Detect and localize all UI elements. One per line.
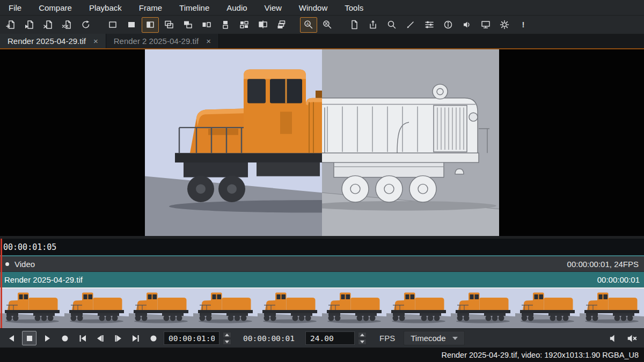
filmstrip-frame[interactable] bbox=[64, 289, 129, 328]
zoom-select-button[interactable]: A bbox=[300, 17, 317, 33]
menu-compare[interactable]: Compare bbox=[39, 3, 72, 12]
timecode-mode-dropdown[interactable]: Timecode bbox=[404, 331, 464, 345]
remove-all-media-button[interactable] bbox=[58, 17, 76, 33]
annotate-button[interactable] bbox=[402, 17, 419, 33]
timecode-spin-up[interactable] bbox=[223, 332, 231, 338]
fps-field[interactable] bbox=[305, 331, 355, 345]
track-enabled-dot-icon[interactable] bbox=[5, 262, 9, 266]
fps-spin-down[interactable] bbox=[358, 339, 367, 345]
search-button[interactable] bbox=[383, 17, 400, 33]
insert-media-button[interactable] bbox=[21, 17, 38, 33]
menu-frame[interactable]: Frame bbox=[139, 3, 162, 12]
play-backwards-button[interactable] bbox=[4, 331, 19, 345]
tab-close-icon[interactable]: × bbox=[93, 37, 98, 45]
export-button[interactable] bbox=[364, 17, 382, 33]
compare-vertical-button[interactable] bbox=[217, 17, 234, 33]
adjust-button[interactable] bbox=[421, 17, 438, 33]
remove-media-button[interactable] bbox=[40, 17, 57, 33]
toolbar: A ! bbox=[0, 15, 644, 34]
duration-readout: 00:00:00:01 bbox=[240, 334, 298, 343]
menu-audio[interactable]: Audio bbox=[226, 3, 247, 12]
filmstrip-frame[interactable] bbox=[258, 289, 322, 328]
mute-button[interactable] bbox=[625, 331, 640, 345]
audio-button[interactable] bbox=[458, 17, 475, 33]
tab-label: Render 2 2025-04-29.tif bbox=[114, 36, 199, 46]
menu-bar: File Compare Playback Frame Timeline Aud… bbox=[0, 0, 644, 15]
compare-over-button[interactable] bbox=[160, 17, 178, 33]
viewer-viewport[interactable] bbox=[0, 49, 644, 236]
timecode-spin-down[interactable] bbox=[223, 339, 231, 345]
menu-window[interactable]: Window bbox=[299, 3, 327, 12]
menu-tools[interactable]: Tools bbox=[345, 3, 363, 12]
volume-button[interactable] bbox=[606, 331, 621, 345]
layout-filled-button[interactable] bbox=[123, 17, 140, 33]
tab-close-icon[interactable]: × bbox=[206, 37, 211, 45]
filmstrip-frame[interactable] bbox=[193, 289, 258, 328]
timecode-spinner[interactable] bbox=[223, 332, 231, 345]
zoom-reset-button[interactable] bbox=[319, 17, 336, 33]
clip-label: Render 2025-04-29.tif bbox=[4, 275, 83, 284]
snapshot-button[interactable] bbox=[346, 17, 363, 33]
filmstrip-frame[interactable] bbox=[129, 289, 193, 328]
menu-file[interactable]: File bbox=[9, 3, 21, 12]
transport-bar: 00:00:00:01 FPS Timecode bbox=[0, 328, 644, 348]
skip-to-end-button[interactable] bbox=[128, 331, 143, 345]
insert-media-icon bbox=[24, 19, 35, 30]
record-button[interactable] bbox=[57, 331, 72, 345]
filmstrip-frame[interactable] bbox=[322, 289, 386, 328]
compare-wipe-button[interactable] bbox=[142, 17, 159, 33]
info-button[interactable] bbox=[440, 17, 457, 33]
adjust-icon bbox=[424, 19, 435, 30]
loop-icon bbox=[148, 333, 159, 344]
clip-bar[interactable]: Render 2025-04-29.tif 00:00:00:01 bbox=[0, 272, 644, 287]
tab-render-1[interactable]: Render 2025-04-29.tif × bbox=[0, 34, 106, 48]
fps-label: FPS bbox=[379, 334, 395, 343]
filmstrip-frame[interactable] bbox=[386, 289, 451, 328]
settings-button[interactable] bbox=[496, 17, 513, 33]
loop-button[interactable] bbox=[146, 331, 160, 345]
menu-view[interactable]: View bbox=[265, 3, 282, 12]
info-icon bbox=[443, 19, 453, 30]
export-icon bbox=[368, 19, 378, 30]
skip-to-start-icon bbox=[77, 333, 88, 344]
filmstrip-frame[interactable] bbox=[515, 289, 580, 328]
menu-timeline[interactable]: Timeline bbox=[179, 3, 209, 12]
compare-offset-button[interactable] bbox=[179, 17, 196, 33]
fps-spin-up[interactable] bbox=[358, 332, 367, 338]
arrow-up-icon bbox=[360, 334, 364, 336]
tab-bar: Render 2025-04-29.tif × Render 2 2025-04… bbox=[0, 34, 644, 49]
play-button[interactable] bbox=[40, 331, 54, 345]
menu-playback[interactable]: Playback bbox=[89, 3, 122, 12]
compare-ab-button[interactable] bbox=[254, 17, 272, 33]
filmstrip-frame[interactable] bbox=[580, 289, 644, 328]
filmstrip-frame[interactable] bbox=[0, 289, 64, 328]
filmstrip[interactable] bbox=[0, 287, 644, 328]
play-icon bbox=[42, 333, 53, 344]
alerts-button[interactable]: ! bbox=[515, 17, 532, 33]
compare-horizontal-button[interactable] bbox=[198, 17, 215, 33]
step-back-button[interactable] bbox=[93, 331, 107, 345]
reload-button[interactable] bbox=[77, 17, 94, 33]
render-image-compare-wipe[interactable] bbox=[145, 49, 499, 236]
video-track-header[interactable]: Video 00:00:00:01, 24FPS bbox=[0, 256, 644, 272]
current-timecode-field[interactable] bbox=[164, 331, 219, 345]
add-media-icon bbox=[5, 19, 16, 30]
arrow-down-icon bbox=[360, 341, 364, 343]
compare-grid-button[interactable] bbox=[236, 17, 253, 33]
audio-icon bbox=[462, 19, 472, 30]
fps-spinner[interactable] bbox=[358, 332, 367, 345]
filmstrip-frame[interactable] bbox=[451, 289, 515, 328]
tab-render-2[interactable]: Render 2 2025-04-29.tif × bbox=[106, 34, 219, 48]
skip-to-start-button[interactable] bbox=[75, 331, 90, 345]
track-label: Video bbox=[14, 260, 35, 269]
step-forward-button[interactable] bbox=[111, 331, 125, 345]
status-bar: Render 2025-04-29.tif, video: 1920x1013:… bbox=[0, 348, 644, 362]
compare-offset-icon bbox=[182, 19, 193, 30]
add-media-button[interactable] bbox=[2, 17, 19, 33]
layout-single-button[interactable] bbox=[104, 17, 121, 33]
display-button[interactable] bbox=[477, 17, 494, 33]
timeline-ruler[interactable]: 00:00:01:05 bbox=[0, 239, 644, 256]
playhead[interactable] bbox=[1, 239, 2, 328]
compare-stack-button[interactable] bbox=[273, 17, 290, 33]
stop-button[interactable] bbox=[22, 331, 36, 345]
